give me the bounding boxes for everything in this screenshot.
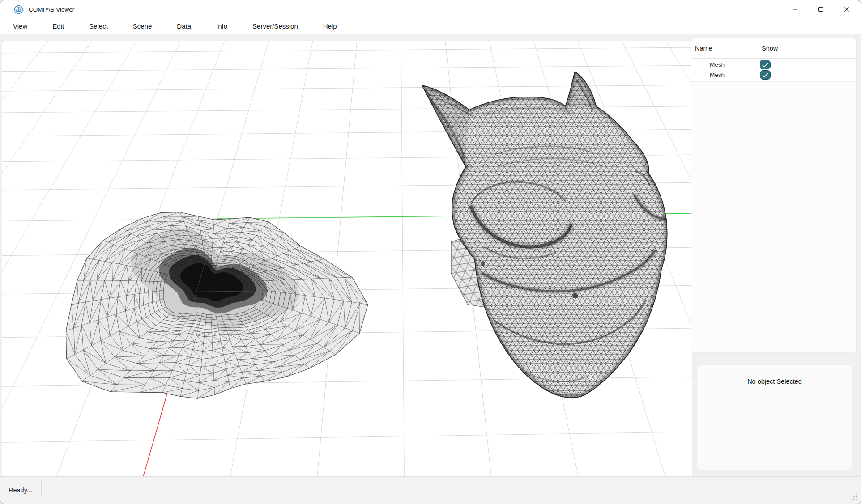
viewport-3d[interactable] [2, 41, 692, 477]
status-separator [41, 479, 42, 497]
menu-scene[interactable]: Scene [120, 18, 165, 34]
menu-info[interactable]: Info [204, 18, 240, 34]
menu-view[interactable]: View [0, 18, 40, 34]
table-row[interactable]: Mesh [691, 70, 856, 80]
check-icon [761, 62, 769, 68]
column-header-show[interactable]: Show [758, 38, 856, 58]
maximize-icon [818, 7, 823, 12]
window-controls [782, 0, 860, 18]
menu-bar: View Edit Select Scene Data Info Server/… [0, 18, 861, 34]
mesh-row-label[interactable]: Mesh [691, 61, 758, 68]
menu-server-session[interactable]: Server/Session [240, 18, 311, 34]
object-inspector-panel: No object Selected [696, 365, 853, 470]
scene-tree-header: Name Show [691, 38, 856, 59]
compas-logo-icon [13, 4, 24, 15]
resize-grip[interactable] [851, 494, 857, 500]
menu-data[interactable]: Data [164, 18, 204, 34]
check-icon [761, 72, 769, 78]
close-icon [844, 7, 849, 12]
title-bar[interactable]: COMPAS Viewer [0, 0, 861, 18]
status-bar: Ready... [0, 476, 861, 504]
minimize-button[interactable] [782, 0, 808, 18]
status-message: Ready... [9, 487, 32, 494]
show-checkbox[interactable] [760, 70, 771, 80]
mesh-row-label[interactable]: Mesh [691, 72, 758, 78]
show-checkbox[interactable] [760, 60, 771, 69]
scene-tree-panel: Name Show Mesh Mesh [691, 38, 857, 353]
menu-select[interactable]: Select [77, 18, 120, 34]
maximize-button[interactable] [808, 0, 834, 18]
main-content: Name Show Mesh Mesh [0, 34, 861, 477]
menu-edit[interactable]: Edit [40, 18, 77, 34]
app-window: COMPAS Viewer View Edit Select Scene Dat… [0, 0, 861, 504]
close-button[interactable] [834, 0, 860, 18]
column-header-name[interactable]: Name [691, 38, 758, 58]
menu-help[interactable]: Help [311, 18, 350, 34]
table-row[interactable]: Mesh [691, 59, 856, 70]
no-selection-message: No object Selected [697, 378, 852, 385]
scene-tree-rows: Mesh Mesh [691, 59, 856, 82]
viewport-scene [2, 41, 692, 477]
window-title: COMPAS Viewer [29, 6, 74, 13]
minimize-icon [792, 7, 797, 12]
